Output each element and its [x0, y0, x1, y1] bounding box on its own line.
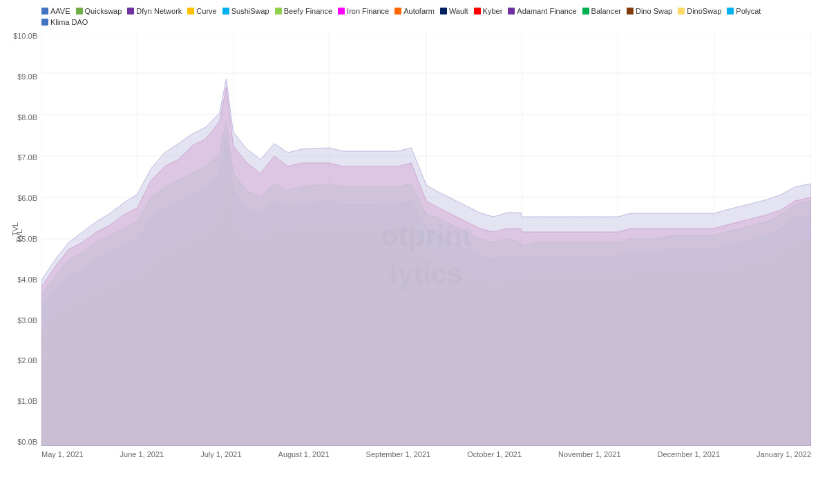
legend-color-quickswap	[76, 8, 83, 14]
legend-label-adamant-finance: Adamant Finance	[517, 7, 576, 15]
legend-item-klima-dao: Klima DAO	[41, 18, 88, 26]
legend-label-curve: Curve	[196, 7, 216, 15]
legend-label-autofarm: Autofarm	[403, 7, 435, 15]
legend-color-dfyn-network	[127, 8, 134, 14]
y-axis-tvl-label: TVL	[15, 229, 23, 243]
legend-item-dfyn-network: Dfyn Network	[127, 7, 182, 15]
x-label-dec: December 1, 2021	[658, 450, 721, 474]
y-label-4b: $4.0B	[17, 275, 37, 284]
y-label-6b: $6.0B	[17, 194, 37, 202]
y-label-3b: $3.0B	[17, 316, 37, 324]
legend-item-dino-swap: Dino Swap	[627, 7, 672, 15]
chart-container: AAVEQuickswapDfyn NetworkCurveSushiSwapB…	[0, 0, 818, 504]
legend-color-sushiswap	[222, 8, 229, 14]
legend-color-balancer	[582, 8, 589, 14]
legend-label-balancer: Balancer	[591, 7, 621, 15]
legend-item-kyber: Kyber	[474, 7, 503, 15]
legend-color-iron-finance	[338, 8, 345, 14]
legend-label-sushiswap: SushiSwap	[231, 7, 269, 15]
watermark-line2: lytics	[390, 258, 463, 290]
legend-label-wault: Wault	[449, 7, 468, 15]
x-axis: May 1, 2021 June 1, 2021 July 1, 2021 Au…	[41, 446, 811, 474]
legend-color-aave	[41, 8, 48, 14]
legend-item-balancer: Balancer	[582, 7, 621, 15]
legend-color-autofarm	[394, 8, 401, 14]
y-label-9b: $9.0B	[17, 72, 37, 81]
legend-item-adamant-finance: Adamant Finance	[508, 7, 576, 15]
legend-label-dinoswap: DinoSwap	[687, 7, 721, 15]
x-label-jan: January 1, 2022	[757, 450, 811, 474]
legend-label-beefy-finance: Beefy Finance	[284, 7, 332, 15]
watermark-line1: otprint	[381, 220, 472, 252]
x-label-sep: September 1, 2021	[366, 450, 431, 474]
x-label-may: May 1, 2021	[41, 450, 84, 474]
legend-item-curve: Curve	[187, 7, 216, 15]
legend-label-kyber: Kyber	[483, 7, 503, 15]
y-axis: $10.0B $9.0B $8.0B $7.0B $6.0B $5.0B $4.…	[7, 32, 41, 446]
legend-color-dino-swap	[627, 8, 634, 14]
legend-color-klima-dao	[41, 19, 48, 26]
legend-item-beefy-finance: Beefy Finance	[275, 7, 332, 15]
x-label-oct: October 1, 2021	[467, 450, 522, 474]
legend-item-wault: Wault	[440, 7, 468, 15]
x-label-nov: November 1, 2021	[558, 450, 621, 474]
y-label-7b: $7.0B	[17, 153, 37, 162]
chart-legend: AAVEQuickswapDfyn NetworkCurveSushiSwapB…	[7, 7, 811, 26]
legend-color-dinoswap	[678, 8, 685, 14]
chart-svg: otprint lytics	[41, 32, 811, 446]
x-label-jul: July 1, 2021	[200, 450, 241, 474]
legend-label-klima-dao: Klima DAO	[50, 18, 88, 26]
y-label-2b: $2.0B	[17, 356, 37, 365]
legend-item-iron-finance: Iron Finance	[338, 7, 389, 15]
x-label-jun: June 1, 2021	[120, 450, 164, 474]
legend-label-dino-swap: Dino Swap	[636, 7, 672, 15]
legend-item-quickswap: Quickswap	[76, 7, 122, 15]
legend-label-polycat: Polycat	[736, 7, 761, 15]
legend-label-iron-finance: Iron Finance	[347, 7, 389, 15]
legend-label-dfyn-network: Dfyn Network	[136, 7, 182, 15]
y-label-0b: $0.0B	[17, 438, 37, 446]
legend-color-kyber	[474, 8, 481, 14]
legend-color-beefy-finance	[275, 8, 282, 14]
legend-item-dinoswap: DinoSwap	[678, 7, 721, 15]
x-label-aug: August 1, 2021	[278, 450, 330, 474]
legend-label-quickswap: Quickswap	[85, 7, 122, 15]
chart-area: TVL	[7, 32, 811, 481]
legend-color-adamant-finance	[508, 8, 515, 14]
legend-color-polycat	[727, 8, 734, 14]
y-label-1b: $1.0B	[17, 397, 37, 405]
legend-item-sushiswap: SushiSwap	[222, 7, 269, 15]
legend-color-curve	[187, 8, 194, 14]
legend-label-aave: AAVE	[50, 7, 70, 15]
legend-item-polycat: Polycat	[727, 7, 761, 15]
legend-item-autofarm: Autofarm	[394, 7, 435, 15]
y-label-8b: $8.0B	[17, 113, 37, 122]
legend-item-aave: AAVE	[41, 7, 70, 15]
y-label-10b: $10.0B	[13, 32, 37, 40]
legend-color-wault	[440, 8, 447, 14]
